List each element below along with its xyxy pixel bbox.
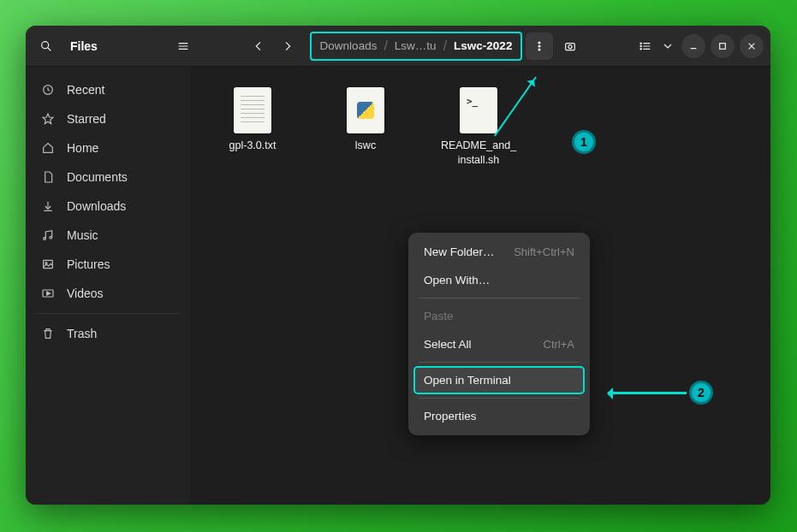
document-icon bbox=[41, 170, 55, 184]
menu-item-label: Open in Terminal bbox=[424, 374, 511, 387]
sidebar-item-downloads[interactable]: Downloads bbox=[26, 192, 190, 221]
breadcrumb-item[interactable]: Downloads bbox=[320, 39, 378, 52]
path-menu-button[interactable] bbox=[526, 33, 553, 60]
camera-icon bbox=[563, 39, 577, 53]
file-item[interactable]: lswc bbox=[327, 87, 404, 168]
music-icon bbox=[41, 228, 55, 242]
sidebar-item-videos[interactable]: Videos bbox=[26, 279, 190, 308]
app-title: Files bbox=[70, 39, 166, 53]
svg-point-5 bbox=[538, 42, 540, 44]
svg-point-15 bbox=[640, 48, 641, 49]
sidebar-item-label: Recent bbox=[67, 83, 104, 97]
file-label: gpl-3.0.txt bbox=[229, 139, 277, 153]
download-icon bbox=[41, 199, 55, 213]
file-manager-window: Files Downloads / Lsw…tu / Lswc-2022 bbox=[26, 26, 770, 505]
search-button[interactable] bbox=[33, 33, 60, 60]
shell-file-icon bbox=[460, 87, 497, 133]
menu-item-new-folder[interactable]: New Folder… Shift+Ctrl+N bbox=[413, 238, 585, 266]
location-button[interactable] bbox=[556, 33, 584, 60]
close-icon bbox=[745, 39, 758, 53]
text-file-icon bbox=[234, 87, 271, 133]
svg-point-0 bbox=[42, 41, 49, 48]
menu-separator bbox=[419, 298, 580, 299]
video-icon bbox=[41, 287, 55, 300]
view-options-button[interactable] bbox=[659, 33, 676, 60]
menu-item-label: Select All bbox=[424, 338, 472, 351]
menu-separator bbox=[419, 398, 580, 399]
search-icon bbox=[39, 39, 53, 53]
svg-rect-17 bbox=[720, 43, 726, 49]
menu-item-label: Properties bbox=[424, 410, 477, 423]
menu-item-select-all[interactable]: Select All Ctrl+A bbox=[413, 330, 585, 358]
breadcrumb[interactable]: Downloads / Lsw…tu / Lswc-2022 bbox=[310, 32, 523, 61]
minimize-icon bbox=[687, 39, 700, 53]
sidebar-item-label: Music bbox=[67, 228, 98, 242]
svg-point-7 bbox=[538, 49, 540, 50]
picture-icon bbox=[41, 257, 55, 271]
file-label: README_and_install.sh bbox=[440, 139, 517, 168]
menu-item-open-terminal[interactable]: Open in Terminal bbox=[413, 366, 585, 394]
maximize-button[interactable] bbox=[711, 34, 735, 58]
trash-icon bbox=[41, 327, 55, 340]
sidebar-menu-button[interactable] bbox=[170, 33, 197, 60]
annotation-badge: 1 bbox=[572, 130, 596, 154]
menu-item-label: New Folder… bbox=[424, 245, 495, 258]
menu-item-label: Paste bbox=[424, 310, 454, 322]
menu-shortcut: Ctrl+A bbox=[544, 338, 574, 351]
svg-point-6 bbox=[538, 45, 540, 47]
sidebar-item-trash[interactable]: Trash bbox=[26, 319, 190, 348]
maximize-icon bbox=[716, 39, 729, 53]
list-icon bbox=[639, 39, 652, 53]
svg-point-9 bbox=[568, 44, 572, 48]
sidebar-item-label: Home bbox=[67, 141, 98, 155]
svg-marker-21 bbox=[43, 114, 53, 124]
sidebar: Recent Starred Home Documents Downloads … bbox=[26, 67, 190, 505]
file-grid: gpl-3.0.txt lswc README_and_install.sh bbox=[214, 87, 746, 168]
sidebar-item-label: Pictures bbox=[67, 257, 110, 271]
breadcrumb-item[interactable]: Lsw…tu bbox=[395, 39, 437, 52]
star-icon bbox=[41, 112, 55, 126]
file-label: lswc bbox=[355, 139, 376, 153]
sidebar-item-label: Videos bbox=[67, 287, 104, 300]
file-item[interactable]: README_and_install.sh bbox=[440, 87, 517, 168]
list-view-button[interactable] bbox=[632, 33, 659, 60]
sidebar-item-music[interactable]: Music bbox=[26, 221, 190, 250]
svg-point-14 bbox=[640, 45, 641, 46]
sidebar-separator bbox=[36, 313, 180, 314]
sidebar-item-label: Downloads bbox=[67, 199, 126, 213]
sidebar-item-pictures[interactable]: Pictures bbox=[26, 250, 190, 279]
chevron-left-icon bbox=[252, 39, 265, 53]
menu-item-paste: Paste bbox=[413, 302, 585, 330]
kebab-icon bbox=[532, 39, 546, 53]
forward-button[interactable] bbox=[274, 33, 301, 60]
sidebar-item-label: Documents bbox=[67, 170, 128, 184]
sidebar-item-home[interactable]: Home bbox=[26, 133, 190, 163]
menu-item-label: Open With… bbox=[424, 274, 490, 287]
clock-icon bbox=[41, 83, 55, 97]
back-button[interactable] bbox=[245, 33, 272, 60]
svg-point-13 bbox=[640, 43, 641, 44]
close-button[interactable] bbox=[740, 34, 764, 58]
home-icon bbox=[41, 141, 55, 155]
minimize-button[interactable] bbox=[681, 34, 705, 58]
svg-point-25 bbox=[50, 236, 52, 239]
context-menu: New Folder… Shift+Ctrl+N Open With… Past… bbox=[408, 233, 590, 435]
menu-separator bbox=[419, 362, 580, 363]
sidebar-item-recent[interactable]: Recent bbox=[26, 75, 190, 104]
annotation-arrow bbox=[608, 392, 687, 394]
chevron-right-icon bbox=[281, 39, 294, 53]
menu-item-open-with[interactable]: Open With… bbox=[413, 266, 585, 294]
breadcrumb-item-current[interactable]: Lswc-2022 bbox=[454, 39, 512, 52]
menu-item-properties[interactable]: Properties bbox=[413, 402, 585, 430]
chevron-down-icon bbox=[661, 39, 675, 53]
svg-point-24 bbox=[44, 238, 46, 240]
python-file-icon bbox=[347, 87, 384, 133]
sidebar-item-starred[interactable]: Starred bbox=[26, 104, 190, 133]
svg-line-1 bbox=[48, 48, 51, 50]
breadcrumb-separator: / bbox=[384, 38, 387, 54]
hamburger-icon bbox=[176, 39, 190, 53]
file-item[interactable]: gpl-3.0.txt bbox=[214, 87, 291, 168]
annotation-badge: 2 bbox=[689, 381, 713, 405]
sidebar-item-documents[interactable]: Documents bbox=[26, 163, 190, 192]
sidebar-item-label: Trash bbox=[67, 327, 97, 340]
